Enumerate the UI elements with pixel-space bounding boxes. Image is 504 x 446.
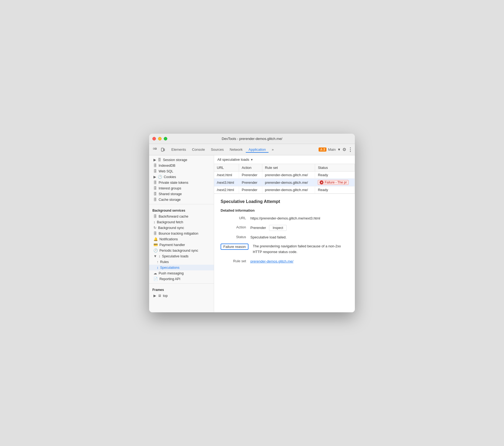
sidebar-item-web-sql[interactable]: 🗄 Web SQL — [149, 168, 214, 174]
col-header-url: URL — [214, 164, 239, 172]
detail-section-title: Detailed information — [221, 208, 348, 212]
tab-network[interactable]: Network — [227, 146, 246, 153]
sidebar-divider-2 — [149, 283, 214, 284]
sidebar-item-back-forward-cache[interactable]: 🗄 Back/forward cache — [149, 214, 214, 219]
sidebar-label: Rules — [160, 260, 169, 264]
tab-more[interactable]: » — [269, 146, 276, 153]
bell-icon: 🔔 — [153, 237, 158, 241]
url-value: https://prerender-demos.glitch.me/next3.… — [250, 216, 320, 221]
sidebar-item-background-sync[interactable]: ↻ Background sync — [149, 225, 214, 231]
sidebar-item-periodic-background-sync[interactable]: 🕐 Periodic background sync — [149, 248, 214, 253]
close-button[interactable] — [152, 137, 156, 140]
sidebar-label: Notifications — [159, 237, 178, 241]
sync-icon: ↻ — [153, 226, 156, 230]
failure-reason-value: The prerendering navigation failed becau… — [253, 244, 348, 255]
speculative-loads-table-container: URL Action Rule set Status /next.html Pr… — [214, 164, 355, 194]
action-value: Prerender Inspect — [250, 225, 287, 231]
sidebar-item-indexed-db[interactable]: 🗄 IndexedDB — [149, 163, 214, 168]
main-label: Main — [328, 147, 336, 152]
traffic-lights — [152, 137, 167, 140]
svg-rect-2 — [161, 148, 163, 151]
cell-action: Prerender — [239, 186, 262, 194]
ruleset-label: Rule set — [221, 259, 250, 263]
sidebar-label: Bounce tracking mitigation — [159, 232, 198, 235]
clock-icon: 🕐 — [158, 175, 162, 179]
updown-icon: ↕ — [157, 265, 159, 270]
ruleset-link[interactable]: prerender-demos.glitch.me/ — [250, 259, 293, 263]
sidebar-item-speculations[interactable]: ↕ Speculations — [149, 265, 214, 270]
content-area: All speculative loads ▼ URL Action Rule … — [214, 155, 355, 312]
sidebar-label: Background sync — [158, 226, 184, 230]
badge-icon: ⚠ — [320, 148, 323, 151]
tab-application[interactable]: Application — [246, 146, 269, 153]
filter-dropdown[interactable]: All speculative loads ▼ — [217, 158, 253, 162]
sidebar: ▶ 🗄 Session storage 🗄 IndexedDB 🗄 Web SQ… — [149, 155, 214, 312]
sidebar-item-bounce-tracking[interactable]: 🗄 Bounce tracking mitigation — [149, 231, 214, 236]
db-icon: 🗄 — [153, 181, 157, 185]
sidebar-item-speculative-loads[interactable]: ▼ ↕ Speculative loads — [149, 253, 214, 259]
sidebar-item-private-state-tokens[interactable]: 🗄 Private state tokens — [149, 180, 214, 185]
cell-url: /next3.html — [214, 179, 239, 186]
clock-icon: 🕐 — [153, 248, 158, 252]
sidebar-label: top — [163, 294, 168, 298]
sidebar-item-payment-handler[interactable]: 💳 Payment handler — [149, 242, 214, 248]
main-dropdown-icon[interactable]: ▼ — [337, 147, 341, 152]
sidebar-label: Interest groups — [159, 186, 181, 190]
select-element-icon[interactable] — [151, 146, 158, 153]
up-icon: ↑ — [157, 260, 159, 264]
devtools-window: DevTools - prerender-demos.glitch.me/ El… — [149, 134, 355, 312]
frame-icon: 🖥 — [158, 294, 161, 298]
sidebar-item-top-frame[interactable]: ▶ 🖥 top — [149, 293, 214, 299]
table-row-selected[interactable]: /next3.html Prerender prerender-demos.gl… — [214, 179, 355, 186]
triangle-down-icon: ▼ — [153, 254, 157, 258]
sidebar-item-rules[interactable]: ↑ Rules — [149, 259, 214, 265]
filter-label: All speculative loads — [217, 158, 249, 162]
sidebar-label: Web SQL — [159, 169, 173, 173]
sidebar-divider — [149, 204, 214, 204]
maximize-button[interactable] — [164, 137, 167, 140]
sidebar-label: Push messaging — [159, 271, 184, 275]
sidebar-item-background-fetch[interactable]: ↕ Background fetch — [149, 219, 214, 225]
minimize-button[interactable] — [158, 137, 162, 140]
tab-sources[interactable]: Sources — [208, 146, 227, 153]
inspect-button[interactable]: Inspect — [269, 225, 287, 231]
table-row[interactable]: /next2.html Prerender prerender-demos.gl… — [214, 186, 355, 194]
sidebar-label: Reporting API — [159, 277, 180, 281]
tab-console[interactable]: Console — [189, 146, 208, 153]
sidebar-item-session-storage[interactable]: ▶ 🗄 Session storage — [149, 157, 214, 163]
sidebar-item-cache-storage[interactable]: 🗄 Cache storage — [149, 197, 214, 202]
sidebar-item-push-messaging[interactable]: ☁ Push messaging — [149, 270, 214, 276]
detail-title: Speculative Loading Attempt — [221, 199, 348, 204]
sidebar-item-notifications[interactable]: 🔔 Notifications — [149, 236, 214, 242]
speculative-loads-table: URL Action Rule set Status /next.html Pr… — [214, 164, 355, 194]
col-header-ruleset: Rule set — [262, 164, 315, 172]
url-label: URL — [221, 216, 250, 220]
more-options-icon[interactable]: ⋮ — [348, 147, 353, 153]
warning-badge: ⚠ 2 — [319, 147, 326, 152]
sidebar-item-shared-storage[interactable]: 🗄 Shared storage — [149, 191, 214, 197]
detail-row-status: Status Speculative load failed. — [221, 235, 348, 240]
sidebar-label: Session storage — [163, 158, 187, 162]
failure-text: Failure - The pr — [325, 181, 347, 184]
device-toolbar-icon[interactable] — [159, 146, 166, 153]
sidebar-label: Speculative loads — [162, 254, 188, 258]
sidebar-item-cookies[interactable]: ▶ 🕐 Cookies — [149, 174, 214, 180]
table-row[interactable]: /next.html Prerender prerender-demos.gli… — [214, 172, 355, 179]
col-header-action: Action — [239, 164, 262, 172]
cell-ruleset: prerender-demos.glitch.me/ — [262, 172, 315, 179]
sidebar-item-interest-groups[interactable]: 🗄 Interest groups — [149, 185, 214, 191]
background-services-label: Background services — [149, 206, 214, 214]
cell-status: Ready — [315, 172, 355, 179]
triangle-icon: ▶ — [153, 175, 156, 179]
detail-panel: Speculative Loading Attempt Detailed inf… — [214, 194, 355, 312]
cell-status: Ready — [315, 186, 355, 194]
svg-rect-0 — [153, 148, 155, 149]
failure-reason-label: Failure reason — [221, 244, 248, 250]
speculative-icon: ↕ — [159, 254, 161, 258]
toolbar-tabs: Elements Console Sources Network Applica… — [169, 146, 318, 153]
tab-elements[interactable]: Elements — [169, 146, 189, 153]
sidebar-label: Shared storage — [159, 192, 182, 196]
sidebar-item-reporting-api[interactable]: 📄 Reporting API — [149, 276, 214, 282]
settings-icon[interactable]: ⚙ — [342, 147, 346, 152]
sidebar-label: Private state tokens — [159, 181, 188, 185]
